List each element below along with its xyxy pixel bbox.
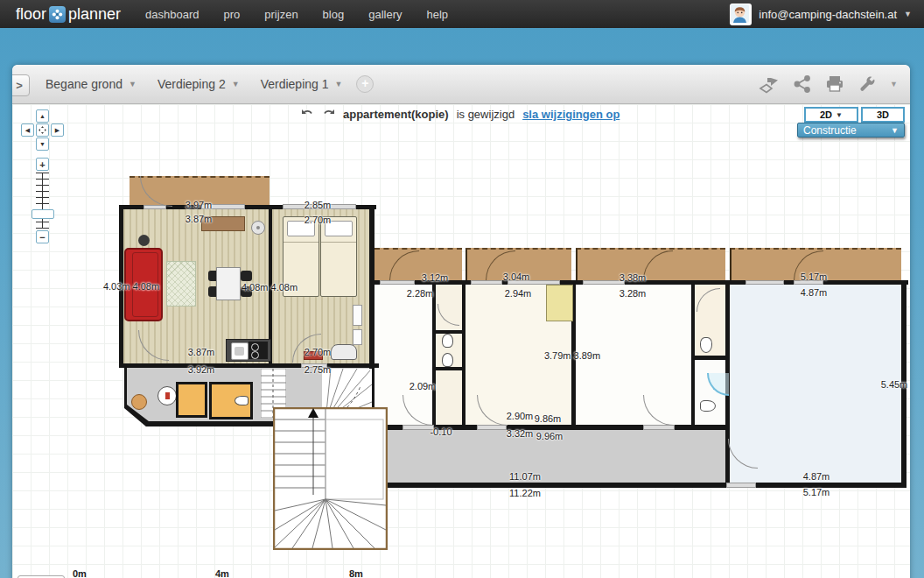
- menu-gallery[interactable]: gallery: [368, 8, 402, 21]
- print-icon[interactable]: [825, 75, 844, 93]
- measurement-label: 2.94m: [505, 288, 532, 299]
- door-sill[interactable]: [144, 205, 166, 209]
- zoom-slider-handle[interactable]: [32, 209, 54, 219]
- pan-left-button[interactable]: ◀: [21, 123, 34, 137]
- wall[interactable]: [434, 367, 462, 370]
- move-icon: [38, 126, 46, 134]
- tab-verdieping-2[interactable]: Verdieping 2 ▼: [150, 77, 247, 91]
- redo-icon[interactable]: [322, 109, 335, 120]
- washing-machine[interactable]: [158, 386, 177, 405]
- wrench-icon[interactable]: [858, 75, 876, 93]
- tab-verdieping-1[interactable]: Verdieping 1 ▼: [254, 77, 350, 91]
- cabinet[interactable]: [353, 305, 362, 326]
- pan-right-button[interactable]: ▶: [51, 123, 64, 137]
- measurement-label: 2.70m: [304, 215, 332, 225]
- shower-room[interactable]: [176, 382, 207, 418]
- more-tools-caret[interactable]: ▼: [890, 80, 898, 88]
- project-name: appartement(kopie): [343, 108, 449, 121]
- top-navbar: floor planner dashboard pro prijzen blog…: [0, 0, 924, 28]
- column[interactable]: [138, 235, 150, 246]
- save-changes-link[interactable]: sla wijzigingen op: [522, 108, 620, 121]
- measurement-label: -0.10: [430, 426, 452, 437]
- editor-panel: > Begane grond ▼ Verdieping 2 ▼ Verdiepi…: [12, 65, 910, 578]
- door-sill[interactable]: [726, 483, 756, 488]
- pan-center-button[interactable]: [36, 123, 49, 137]
- washer-knob: [165, 392, 170, 399]
- view-2d-button[interactable]: 2D▼: [804, 107, 858, 123]
- menu-help[interactable]: help: [426, 8, 448, 21]
- status-text: is gewijzigd: [457, 108, 514, 121]
- main-menu: dashboard pro prijzen blog gallery help: [145, 8, 448, 21]
- measurement-label: 5.17m: [803, 487, 830, 497]
- chevron-down-icon: ▼: [891, 126, 899, 135]
- plan-canvas[interactable]: appartement(kopie) is gewijzigd sla wijz…: [12, 104, 910, 578]
- side-table[interactable]: [131, 394, 147, 410]
- chevron-down-icon[interactable]: ▼: [129, 80, 136, 88]
- menu-blog[interactable]: blog: [323, 8, 345, 21]
- toilet[interactable]: [234, 396, 248, 405]
- wall[interactable]: [691, 285, 695, 425]
- rug[interactable]: [166, 261, 196, 307]
- measurement-label: 4.87m: [803, 471, 830, 482]
- wall[interactable]: [462, 285, 466, 425]
- sink: [231, 342, 248, 360]
- menu-prijzen[interactable]: prijzen: [264, 8, 298, 21]
- chevron-down-icon[interactable]: ▼: [335, 80, 343, 88]
- ceiling-fan[interactable]: [251, 221, 265, 235]
- sidebar-collapse-button[interactable]: >: [12, 74, 30, 96]
- export-icon[interactable]: [759, 74, 780, 94]
- measurement-label: 11.22m: [509, 488, 541, 498]
- wall[interactable]: [694, 356, 725, 360]
- view-switch: 2D▼ 3D: [804, 107, 905, 123]
- door-sill[interactable]: [643, 425, 675, 430]
- cabinet[interactable]: [353, 329, 362, 345]
- chevron-down-icon[interactable]: ▼: [232, 80, 240, 88]
- measurement-label: 5.17m: [801, 271, 828, 282]
- tab-begane-grond[interactable]: Begane grond ▼: [38, 77, 144, 91]
- measurement-label: 5.45m: [881, 379, 908, 390]
- kitchen-counter[interactable]: [226, 339, 271, 362]
- burner: [251, 343, 259, 351]
- toilet[interactable]: [442, 353, 453, 367]
- add-floor-button[interactable]: +: [356, 75, 374, 93]
- bed[interactable]: [320, 216, 357, 297]
- measurement-label: 3.92m: [188, 364, 215, 375]
- toilet[interactable]: [442, 334, 453, 348]
- toilet[interactable]: [700, 337, 712, 353]
- floorplanner-logo[interactable]: floor planner: [16, 5, 121, 24]
- avatar: [730, 4, 752, 25]
- toilet[interactable]: [700, 400, 716, 412]
- floor-toolbar: > Begane grond ▼ Verdieping 2 ▼ Verdiepi…: [12, 65, 910, 104]
- zoom-slider-track[interactable]: [36, 173, 49, 229]
- pan-down-button[interactable]: ▼: [36, 137, 49, 151]
- blanket-edge: [284, 242, 318, 243]
- undo-icon[interactable]: [301, 109, 314, 120]
- zoom-in-button[interactable]: +: [36, 158, 49, 171]
- share-icon[interactable]: [794, 75, 811, 93]
- menu-dashboard[interactable]: dashboard: [145, 8, 199, 21]
- closet[interactable]: [546, 285, 573, 321]
- door-sill[interactable]: [477, 425, 507, 430]
- logo-text-planner: planner: [68, 5, 121, 24]
- chair[interactable]: [241, 271, 252, 281]
- view-3d-button[interactable]: 3D: [861, 107, 905, 123]
- measurement-label: 9.86m: [535, 413, 562, 424]
- toilet[interactable]: [331, 344, 357, 360]
- mode-select[interactable]: Constructie ▼: [797, 123, 905, 137]
- sink-basin: [234, 347, 244, 356]
- measurement-label: 4.87m: [801, 287, 828, 298]
- user-account-menu[interactable]: info@camping-dachstein.at ▼: [730, 0, 912, 28]
- menu-pro[interactable]: pro: [224, 8, 241, 21]
- measurement-label: 3.87m: [188, 347, 215, 357]
- zoom-out-button[interactable]: −: [36, 230, 49, 243]
- window[interactable]: [380, 280, 415, 285]
- window[interactable]: [471, 280, 502, 285]
- dining-table[interactable]: [216, 267, 241, 300]
- pan-up-button[interactable]: ▲: [36, 109, 49, 123]
- wall[interactable]: [119, 363, 379, 368]
- window[interactable]: [746, 280, 784, 285]
- stairs-main[interactable]: [273, 407, 388, 550]
- scale-tick-4: 4m: [215, 568, 229, 578]
- burner: [251, 351, 259, 359]
- floor-tabs: Begane grond ▼ Verdieping 2 ▼ Verdieping…: [38, 65, 374, 103]
